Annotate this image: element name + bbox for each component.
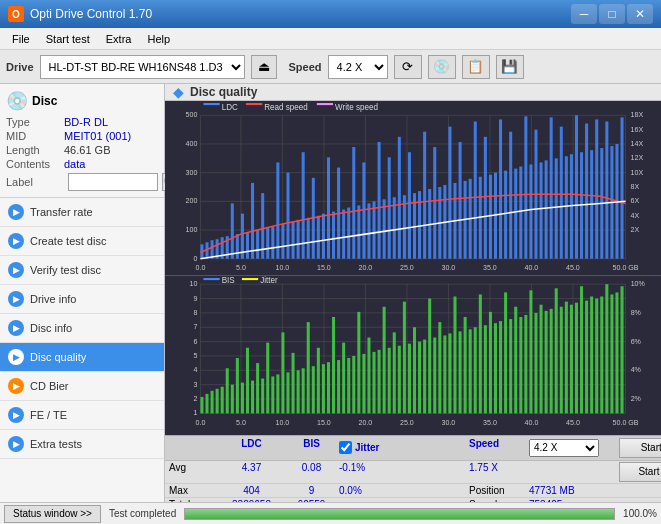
chart-1: LDC Read speed Write speed bbox=[165, 101, 661, 276]
speed-select[interactable]: 4.2 X bbox=[328, 55, 388, 79]
stats-max-bis: 9 bbox=[284, 485, 339, 496]
svg-rect-225 bbox=[529, 290, 532, 413]
svg-rect-168 bbox=[241, 383, 244, 414]
svg-rect-171 bbox=[256, 363, 259, 413]
svg-rect-89 bbox=[529, 164, 532, 258]
title-bar: O Opti Drive Control 1.70 ─ □ ✕ bbox=[0, 0, 661, 28]
svg-rect-207 bbox=[438, 322, 441, 413]
svg-rect-96 bbox=[565, 156, 568, 258]
sidebar-item-transfer-rate[interactable]: ▶ Transfer rate bbox=[0, 198, 164, 227]
refresh-button[interactable]: ⟳ bbox=[394, 55, 422, 79]
jitter-checkbox[interactable] bbox=[339, 441, 352, 454]
svg-rect-63 bbox=[398, 137, 401, 259]
disc-label-input[interactable] bbox=[68, 173, 158, 191]
sidebar-item-disc-quality[interactable]: ▶ Disc quality bbox=[0, 343, 164, 372]
drive-bar: Drive HL-DT-ST BD-RE WH16NS48 1.D3 ⏏ Spe… bbox=[0, 50, 661, 84]
disc-info-icon: ▶ bbox=[8, 320, 24, 336]
stats-total-samples-label: Samples bbox=[469, 499, 529, 502]
svg-rect-232 bbox=[565, 302, 568, 414]
svg-rect-236 bbox=[585, 301, 588, 414]
disc-type-label: Type bbox=[6, 116, 64, 128]
svg-text:3: 3 bbox=[193, 381, 197, 389]
sidebar-item-verify-test-disc[interactable]: ▶ Verify test disc bbox=[0, 256, 164, 285]
speed-dropdown[interactable]: 4.2 X bbox=[529, 439, 599, 457]
svg-rect-223 bbox=[519, 317, 522, 413]
svg-text:45.0: 45.0 bbox=[566, 264, 580, 272]
speed-header: Speed bbox=[469, 438, 529, 458]
svg-rect-98 bbox=[575, 115, 578, 258]
transfer-rate-label: Transfer rate bbox=[30, 206, 93, 218]
svg-text:30.0: 30.0 bbox=[442, 264, 456, 272]
jitter-header: Jitter bbox=[355, 442, 379, 453]
svg-rect-40 bbox=[281, 224, 284, 259]
svg-text:45.0: 45.0 bbox=[566, 419, 580, 427]
svg-text:6X: 6X bbox=[631, 197, 640, 205]
svg-rect-196 bbox=[383, 307, 386, 414]
svg-rect-205 bbox=[428, 299, 431, 414]
svg-text:10: 10 bbox=[190, 280, 198, 288]
save-button[interactable]: 💾 bbox=[496, 55, 524, 79]
eject-button[interactable]: ⏏ bbox=[251, 55, 277, 79]
disc-contents-value: data bbox=[64, 158, 85, 170]
svg-rect-37 bbox=[266, 228, 269, 259]
close-button[interactable]: ✕ bbox=[627, 4, 653, 24]
menu-help[interactable]: Help bbox=[139, 31, 178, 47]
svg-rect-211 bbox=[459, 331, 462, 413]
svg-rect-53 bbox=[347, 207, 350, 258]
svg-rect-227 bbox=[540, 305, 543, 414]
svg-text:500: 500 bbox=[186, 111, 198, 119]
svg-rect-191 bbox=[357, 312, 360, 413]
svg-rect-241 bbox=[610, 295, 613, 414]
start-part-button[interactable]: Start part bbox=[619, 462, 661, 482]
svg-rect-80 bbox=[484, 137, 487, 259]
sidebar-item-disc-info[interactable]: ▶ Disc info bbox=[0, 314, 164, 343]
sidebar-item-extra-tests[interactable]: ▶ Extra tests bbox=[0, 430, 164, 459]
maximize-button[interactable]: □ bbox=[599, 4, 625, 24]
minimize-button[interactable]: ─ bbox=[571, 4, 597, 24]
menu-file[interactable]: File bbox=[4, 31, 38, 47]
menu-start-test[interactable]: Start test bbox=[38, 31, 98, 47]
svg-text:4%: 4% bbox=[631, 366, 642, 374]
svg-text:BIS: BIS bbox=[222, 276, 236, 285]
cd-bier-label: CD Bier bbox=[30, 380, 69, 392]
svg-rect-235 bbox=[580, 286, 583, 413]
svg-rect-163 bbox=[216, 389, 219, 414]
svg-text:10.0: 10.0 bbox=[276, 419, 290, 427]
status-window-button[interactable]: Status window >> bbox=[4, 505, 101, 523]
menu-extra[interactable]: Extra bbox=[98, 31, 140, 47]
window-controls: ─ □ ✕ bbox=[571, 4, 653, 24]
drive-select[interactable]: HL-DT-ST BD-RE WH16NS48 1.D3 bbox=[40, 55, 245, 79]
svg-rect-30 bbox=[231, 203, 234, 258]
svg-rect-81 bbox=[489, 175, 492, 259]
svg-rect-218 bbox=[494, 323, 497, 413]
start-full-button[interactable]: Start full bbox=[619, 438, 661, 458]
sidebar-item-drive-info[interactable]: ▶ Drive info bbox=[0, 285, 164, 314]
svg-text:8%: 8% bbox=[631, 309, 642, 317]
svg-rect-57 bbox=[367, 203, 370, 258]
disc-type-row: Type BD-R DL bbox=[6, 116, 158, 128]
action-btn-2[interactable]: 📋 bbox=[462, 55, 490, 79]
sidebar-item-create-test-disc[interactable]: ▶ Create test disc bbox=[0, 227, 164, 256]
svg-rect-173 bbox=[266, 343, 269, 414]
action-btn-1[interactable]: 💿 bbox=[428, 55, 456, 79]
svg-text:0.0: 0.0 bbox=[196, 419, 206, 427]
stats-avg-label: Avg bbox=[169, 462, 219, 482]
svg-rect-104 bbox=[605, 121, 608, 258]
disc-contents-row: Contents data bbox=[6, 158, 158, 170]
svg-rect-58 bbox=[373, 201, 376, 258]
sidebar-item-fe-te[interactable]: ▶ FE / TE bbox=[0, 401, 164, 430]
svg-text:400: 400 bbox=[186, 140, 198, 148]
svg-rect-31 bbox=[236, 234, 239, 259]
sidebar-item-cd-bier[interactable]: ▶ CD Bier bbox=[0, 372, 164, 401]
svg-rect-50 bbox=[332, 212, 335, 259]
svg-rect-102 bbox=[595, 119, 598, 258]
svg-text:16X: 16X bbox=[631, 126, 644, 134]
svg-rect-33 bbox=[246, 232, 249, 259]
chart-2: BIS Jitter bbox=[165, 276, 661, 435]
svg-text:40.0: 40.0 bbox=[525, 264, 539, 272]
svg-rect-240 bbox=[605, 284, 608, 413]
disc-type-value: BD-R DL bbox=[64, 116, 108, 128]
jitter-check-container: Jitter bbox=[339, 438, 469, 458]
svg-rect-182 bbox=[312, 366, 315, 413]
svg-rect-228 bbox=[545, 311, 548, 414]
